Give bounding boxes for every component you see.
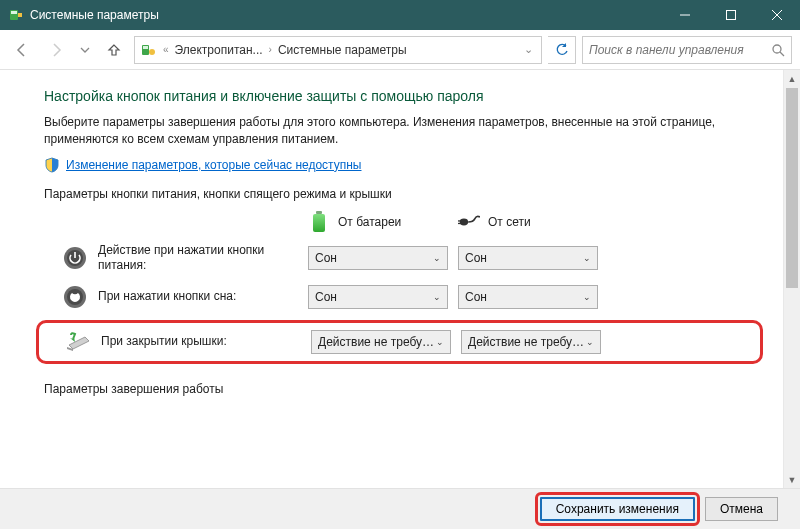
svg-point-14 bbox=[460, 218, 468, 225]
chevron-right-icon: › bbox=[265, 44, 276, 55]
unlock-link-row: Изменение параметров, которые сейчас нед… bbox=[44, 157, 755, 173]
window-controls bbox=[662, 0, 800, 30]
chevron-down-icon: ⌄ bbox=[583, 253, 591, 263]
select-value: Сон bbox=[315, 290, 337, 304]
chevron-down-icon: ⌄ bbox=[433, 253, 441, 263]
footer: Сохранить изменения Отмена bbox=[0, 488, 800, 529]
chevron-down-icon: ⌄ bbox=[436, 337, 444, 347]
titlebar: Системные параметры bbox=[0, 0, 800, 30]
col-header-battery: От батареи bbox=[308, 211, 448, 233]
select-value: Сон bbox=[465, 251, 487, 265]
chevron-down-icon[interactable]: ⌄ bbox=[520, 43, 537, 56]
minimize-button[interactable] bbox=[662, 0, 708, 30]
scroll-up-button[interactable]: ▲ bbox=[784, 70, 800, 87]
highlight-lid-row: При закрытии крышки: Действие не требует… bbox=[36, 320, 763, 364]
row-sleep-button: При нажатии кнопки сна: Сон ⌄ Сон ⌄ bbox=[44, 284, 755, 310]
select-value: Действие не требуется bbox=[318, 335, 436, 349]
svg-rect-8 bbox=[143, 46, 148, 49]
row-power-button: Действие при нажатии кнопки питания: Сон… bbox=[44, 243, 755, 274]
section-title-buttons: Параметры кнопки питания, кнопки спящего… bbox=[44, 187, 755, 201]
select-sleep-ac[interactable]: Сон ⌄ bbox=[458, 285, 598, 309]
up-button[interactable] bbox=[100, 36, 128, 64]
breadcrumb-item[interactable]: Системные параметры bbox=[278, 43, 407, 57]
breadcrumb-icon bbox=[139, 41, 157, 59]
svg-rect-12 bbox=[316, 211, 322, 214]
select-power-battery[interactable]: Сон ⌄ bbox=[308, 246, 448, 270]
breadcrumb[interactable]: « Электропитан... › Системные параметры … bbox=[134, 36, 542, 64]
select-sleep-battery[interactable]: Сон ⌄ bbox=[308, 285, 448, 309]
forward-button[interactable] bbox=[42, 36, 70, 64]
plug-icon bbox=[458, 211, 480, 233]
recent-button[interactable] bbox=[76, 36, 94, 64]
svg-rect-1 bbox=[11, 11, 17, 14]
breadcrumb-item[interactable]: Электропитан... bbox=[175, 43, 263, 57]
button-label: Отмена bbox=[720, 502, 763, 516]
unlock-settings-link[interactable]: Изменение параметров, которые сейчас нед… bbox=[66, 158, 362, 172]
button-label: Сохранить изменения bbox=[556, 502, 679, 516]
window-icon bbox=[8, 7, 24, 23]
col-header-ac: От сети bbox=[458, 211, 598, 233]
chevron-down-icon: ⌄ bbox=[433, 292, 441, 302]
svg-point-9 bbox=[149, 49, 155, 55]
select-power-ac[interactable]: Сон ⌄ bbox=[458, 246, 598, 270]
refresh-button[interactable] bbox=[548, 36, 576, 64]
cancel-button[interactable]: Отмена bbox=[705, 497, 778, 521]
select-value: Действие не требуется bbox=[468, 335, 586, 349]
svg-line-11 bbox=[780, 52, 784, 56]
battery-icon bbox=[308, 211, 330, 233]
shield-icon bbox=[44, 157, 60, 173]
column-headers: От батареи От сети bbox=[44, 211, 755, 233]
sleep-icon bbox=[62, 284, 88, 310]
svg-point-10 bbox=[773, 45, 781, 53]
scrollbar-thumb[interactable] bbox=[786, 88, 798, 288]
page-description: Выберите параметры завершения работы для… bbox=[44, 114, 755, 149]
select-value: Сон bbox=[465, 290, 487, 304]
laptop-lid-icon bbox=[65, 329, 91, 355]
maximize-button[interactable] bbox=[708, 0, 754, 30]
search-icon bbox=[771, 43, 785, 57]
search-box[interactable] bbox=[582, 36, 792, 64]
select-value: Сон bbox=[315, 251, 337, 265]
page-title: Настройка кнопок питания и включение защ… bbox=[44, 88, 755, 104]
vertical-scrollbar[interactable]: ▲ ▼ bbox=[783, 70, 800, 488]
section-title-shutdown: Параметры завершения работы bbox=[44, 382, 755, 396]
select-lid-ac[interactable]: Действие не требуется ⌄ bbox=[461, 330, 601, 354]
svg-rect-2 bbox=[18, 13, 22, 17]
svg-rect-4 bbox=[727, 11, 736, 20]
power-icon bbox=[62, 245, 88, 271]
nav-row: « Электропитан... › Системные параметры … bbox=[0, 30, 800, 70]
save-button[interactable]: Сохранить изменения bbox=[540, 497, 695, 521]
col-header-label: От батареи bbox=[338, 215, 401, 229]
row-lid-close: При закрытии крышки: Действие не требует… bbox=[43, 329, 756, 355]
close-button[interactable] bbox=[754, 0, 800, 30]
row-label: При нажатии кнопки сна: bbox=[98, 289, 298, 305]
row-label: Действие при нажатии кнопки питания: bbox=[98, 243, 298, 274]
scroll-down-button[interactable]: ▼ bbox=[784, 471, 800, 488]
svg-rect-13 bbox=[313, 214, 325, 232]
svg-rect-15 bbox=[458, 220, 461, 221]
col-header-label: От сети bbox=[488, 215, 531, 229]
row-label: При закрытии крышки: bbox=[101, 334, 301, 350]
window-title: Системные параметры bbox=[30, 8, 662, 22]
chevron-down-icon: ⌄ bbox=[583, 292, 591, 302]
select-lid-battery[interactable]: Действие не требуется ⌄ bbox=[311, 330, 451, 354]
back-button[interactable] bbox=[8, 36, 36, 64]
chevron-down-icon: ⌄ bbox=[586, 337, 594, 347]
search-input[interactable] bbox=[589, 43, 771, 57]
content-area: Настройка кнопок питания и включение защ… bbox=[0, 70, 783, 488]
svg-rect-16 bbox=[458, 223, 461, 224]
breadcrumb-sep-icon: « bbox=[159, 44, 173, 55]
